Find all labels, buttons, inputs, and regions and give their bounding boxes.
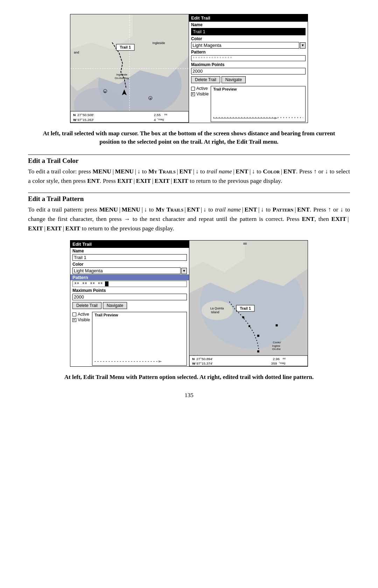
svg-text:Trail 1: Trail 1 — [240, 306, 251, 310]
bottom-edit-panel-title: Edit Trail — [70, 241, 189, 248]
section2-body: To edit a trail pattern: press MENU | ME… — [28, 205, 350, 233]
svg-text:N: N — [192, 357, 195, 361]
section2-divider — [28, 193, 350, 193]
svg-text:N: N — [73, 113, 76, 117]
top-figure: Trail 1 Ingleside and Ingleside On-the-B… — [70, 14, 308, 123]
name-input[interactable]: Trail 1 — [191, 28, 306, 35]
bottom-max-points-input[interactable]: 2000 — [72, 294, 187, 300]
svg-marker-29 — [274, 117, 278, 119]
svg-text:Island: Island — [211, 310, 219, 314]
color-select[interactable]: Light Magenta — [191, 42, 299, 49]
svg-text:W: W — [73, 118, 77, 122]
svg-rect-44 — [248, 325, 250, 327]
bottom-name-input[interactable]: Trail 1 — [72, 254, 187, 261]
bottom-color-dropdown-btn[interactable]: ▼ — [181, 268, 187, 274]
svg-text:and: and — [74, 51, 79, 54]
max-points-input[interactable]: 2000 — [191, 68, 306, 74]
visible-checkbox[interactable] — [191, 92, 195, 96]
svg-text:⊕: ⊕ — [149, 97, 152, 100]
svg-text:mi: mi — [164, 113, 167, 116]
svg-rect-50 — [243, 243, 247, 245]
svg-text:°mag: °mag — [158, 118, 164, 121]
svg-text:2.96: 2.96 — [273, 357, 280, 361]
active-checkbox[interactable] — [191, 87, 195, 91]
section1-divider — [28, 155, 350, 155]
bottom-bottom-section: Active Visible Trail Preview — [70, 311, 189, 366]
bottom-checkbox-section: Active Visible — [70, 311, 92, 366]
bottom-name-label: Name — [70, 248, 189, 254]
navigate-btn[interactable]: Navigate — [222, 76, 246, 83]
section1-heading: Edit a Trail Color — [28, 157, 350, 165]
svg-text:Trail 1: Trail 1 — [120, 45, 131, 49]
page-number: 135 — [28, 392, 350, 399]
svg-rect-41 — [257, 335, 259, 337]
active-label: Active — [196, 86, 208, 91]
bottom-visible-label: Visible — [78, 317, 90, 322]
svg-text:97°15.374': 97°15.374' — [196, 361, 213, 365]
checkbox-section: Active Visible — [189, 85, 211, 123]
svg-text:On-the: On-the — [272, 347, 281, 351]
delete-trail-btn[interactable]: Delete Trail — [191, 76, 220, 83]
svg-point-45 — [242, 316, 244, 318]
bottom-visible-checkbox[interactable] — [72, 318, 76, 322]
visible-check-row: Visible — [191, 92, 209, 96]
trail-preview-label: Trail Preview — [213, 87, 303, 91]
svg-text:Ingleside: Ingleside — [153, 41, 165, 45]
bottom-figure: Edit Trail Name Trail 1 Color Light Mage… — [70, 240, 308, 367]
bottom-map-panel: La Quinta Island Trail 1 Cooks' Inglesi … — [189, 241, 308, 366]
bottom-visible-check-row: Visible — [72, 317, 90, 322]
pattern-input[interactable]: *************** — [191, 55, 306, 61]
svg-text:La Quinta: La Quinta — [210, 307, 224, 310]
pattern-label: Pattern — [189, 49, 308, 55]
bottom-navigate-btn[interactable]: Navigate — [103, 302, 127, 309]
svg-text:359: 359 — [271, 361, 277, 365]
svg-text:mi: mi — [282, 357, 286, 360]
svg-text:Ingleside: Ingleside — [116, 73, 127, 76]
bottom-delete-trail-btn[interactable]: Delete Trail — [72, 302, 102, 309]
svg-text:27°50.508': 27°50.508' — [77, 113, 94, 117]
color-label: Color — [189, 36, 308, 42]
svg-text:27°50.894': 27°50.894' — [196, 357, 213, 361]
svg-text:On-the-Bay: On-the-Bay — [115, 77, 129, 80]
bottom-max-points-label: Maximum Points — [70, 287, 189, 293]
svg-text:⊕: ⊕ — [104, 91, 106, 93]
bottom-action-buttons: Delete Trail Navigate — [72, 302, 187, 309]
section1-body: To edit a trail color: press MENU | MENU… — [28, 167, 350, 186]
section2-heading: Edit a Trail Pattern — [28, 195, 350, 203]
bottom-color-select-row: Light Magenta ▼ — [72, 267, 187, 274]
svg-rect-43 — [257, 350, 259, 352]
bottom-active-check-row: Active — [72, 312, 90, 317]
visible-label: Visible — [196, 92, 209, 96]
name-label: Name — [189, 22, 308, 28]
bottom-edit-panel: Edit Trail Name Trail 1 Color Light Mage… — [70, 241, 189, 366]
svg-text:4: 4 — [154, 118, 156, 122]
bottom-active-label: Active — [78, 312, 89, 317]
color-select-row: Light Magenta ▼ — [191, 42, 306, 49]
top-edit-panel: Edit Trail Name Trail 1 Color Light Mage… — [189, 14, 308, 123]
svg-text:Cooks': Cooks' — [273, 341, 281, 344]
action-buttons: Delete Trail Navigate — [191, 76, 306, 83]
bottom-section: Active Visible Trail Preview — [189, 85, 308, 123]
bottom-color-label: Color — [70, 261, 189, 267]
color-dropdown-btn[interactable]: ▼ — [300, 42, 306, 49]
top-caption: At left, trail selected with map cursor.… — [42, 129, 336, 146]
bottom-pattern-input[interactable]: ******** — [72, 281, 187, 287]
edit-panel-title: Edit Trail — [189, 14, 308, 22]
bottom-caption: At left, Edit Trail Menu with Pattern op… — [42, 373, 336, 381]
svg-text:°mag: °mag — [279, 361, 285, 365]
svg-text:W: W — [192, 361, 196, 365]
max-points-label: Maximum Points — [189, 62, 308, 67]
trail-preview-box: Trail Preview — [211, 86, 306, 122]
svg-text:Inglesi: Inglesi — [272, 344, 280, 347]
bottom-color-select[interactable]: Light Magenta — [72, 267, 181, 274]
svg-rect-42 — [276, 324, 278, 327]
top-map-panel: Trail 1 Ingleside and Ingleside On-the-B… — [70, 14, 189, 123]
svg-text:2.55: 2.55 — [154, 113, 161, 117]
bottom-active-checkbox[interactable] — [72, 313, 76, 316]
bottom-pattern-selected-label: Pattern — [70, 274, 189, 280]
svg-text:97°15.263': 97°15.263' — [77, 118, 94, 122]
active-check-row: Active — [191, 86, 209, 91]
bottom-trail-preview-label: Trail Preview — [94, 313, 184, 317]
svg-marker-31 — [159, 360, 162, 363]
bottom-trail-preview-box: Trail Preview — [92, 312, 187, 366]
